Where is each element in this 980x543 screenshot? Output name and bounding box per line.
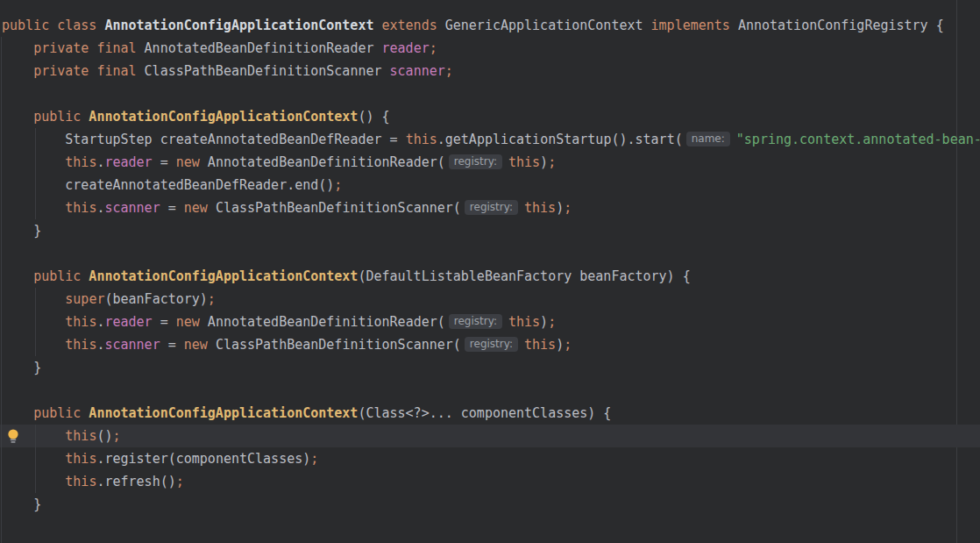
code-token-kw: private final <box>33 40 144 56</box>
code-token-kw: new <box>184 337 208 353</box>
code-token-kw: this <box>65 451 96 467</box>
code-token-def: .register(componentClasses) <box>96 451 310 467</box>
code-token-def: AnnotatedBeanDefinitionReader( <box>200 314 445 330</box>
code-line[interactable] <box>0 82 980 105</box>
code-editor[interactable]: public class AnnotationConfigApplication… <box>0 0 980 543</box>
code-token-kw: extends <box>381 18 437 33</box>
code-line[interactable]: public AnnotationConfigApplicationContex… <box>0 402 980 425</box>
indent-guide <box>1 37 2 543</box>
code-token-kw: this <box>65 154 96 170</box>
code-line[interactable] <box>0 379 980 402</box>
code-token-kw: ; <box>176 474 184 489</box>
code-token-field: reader <box>104 154 152 170</box>
code-token-mdecl: AnnotationConfigApplicationContext <box>89 109 358 125</box>
code-token-kw: ; <box>310 451 318 467</box>
code-token-kw: ; <box>334 177 342 193</box>
code-token-def: () <box>96 428 112 444</box>
indent-guide <box>35 425 36 493</box>
code-token-kw: super <box>65 291 104 307</box>
code-token-def: ClassPathBeanDefinitionScanner( <box>208 337 461 353</box>
code-token-def: ClassPathBeanDefinitionScanner( <box>208 200 461 216</box>
code-token-kw: ; <box>564 337 572 353</box>
code-token-kw: new <box>176 154 200 170</box>
code-token-field: scanner <box>390 63 445 79</box>
code-token-field: scanner <box>104 200 160 216</box>
code-token-kw: ; <box>112 428 120 444</box>
code-token-kw: new <box>184 200 208 216</box>
code-token-kw: this <box>508 314 540 330</box>
code-token-str: "spring.context.annotated-bean-re <box>736 132 980 147</box>
code-token-kw: this <box>65 200 96 216</box>
code-token-def: (beanFactory) <box>104 291 207 307</box>
code-line[interactable]: this.register(componentClasses); <box>0 447 980 470</box>
code-token-def: ) <box>556 337 564 353</box>
code-token-kw: ; <box>548 154 556 170</box>
code-token-kw: this <box>65 314 96 330</box>
inlay-hint: registry: <box>449 154 502 169</box>
code-token-def: } <box>33 223 41 239</box>
code-line[interactable]: this.reader = new AnnotatedBeanDefinitio… <box>0 311 980 333</box>
code-line[interactable]: public class AnnotationConfigApplication… <box>0 14 980 37</box>
code-token-def: AnnotationConfigRegistry { <box>730 18 944 33</box>
code-token-kw: ; <box>445 63 453 79</box>
code-line[interactable]: } <box>0 219 980 242</box>
code-token-def: } <box>33 497 41 512</box>
code-token-def: = <box>160 337 184 353</box>
code-token-field: scanner <box>104 337 160 353</box>
code-line[interactable]: } <box>0 493 980 516</box>
code-line[interactable] <box>0 516 980 539</box>
code-lines: public class AnnotationConfigApplication… <box>0 14 980 539</box>
inlay-hint: name: <box>686 132 730 146</box>
code-token-kw: public <box>33 405 89 421</box>
code-line[interactable]: } <box>0 356 980 379</box>
code-token-kw: ; <box>208 291 216 307</box>
code-line[interactable]: this.reader = new AnnotatedBeanDefinitio… <box>0 151 980 174</box>
code-token-def: ) <box>540 154 548 170</box>
code-token-kw: public <box>33 268 89 284</box>
code-token-kw: ; <box>430 40 437 56</box>
code-token-mdecl: AnnotationConfigApplicationContext <box>89 405 358 421</box>
code-line[interactable]: createAnnotatedBeanDefReader.end(); <box>0 174 980 196</box>
inlay-hint: registry: <box>465 337 518 352</box>
code-line[interactable]: this.scanner = new ClassPathBeanDefiniti… <box>0 333 980 356</box>
code-token-kw: this <box>524 200 556 216</box>
code-token-def: = <box>153 314 176 330</box>
code-line[interactable]: super(beanFactory); <box>0 288 980 311</box>
inlay-hint: registry: <box>465 200 518 215</box>
code-line[interactable]: public AnnotationConfigApplicationContex… <box>0 105 980 128</box>
code-token-kw: new <box>176 314 200 330</box>
code-line[interactable]: this.refresh(); <box>0 470 980 493</box>
code-token-def: } <box>33 360 41 375</box>
code-token-field: reader <box>382 40 430 56</box>
code-token-def: GenericApplicationContext <box>437 18 651 33</box>
code-token-field: reader <box>104 314 152 330</box>
code-token-def: createAnnotatedBeanDefReader.end() <box>65 177 334 193</box>
code-token-cdecl: AnnotationConfigApplicationContext <box>104 18 373 33</box>
code-token-mdecl: AnnotationConfigApplicationContext <box>89 268 358 284</box>
code-line[interactable]: StartupStep createAnnotatedBeanDefReader… <box>0 128 980 151</box>
code-token-def: ClassPathBeanDefinitionScanner <box>145 63 390 79</box>
indent-guide <box>35 128 36 219</box>
intention-lightbulb-icon[interactable] <box>5 428 21 444</box>
code-line-caret[interactable]: this(); <box>0 425 980 447</box>
code-token-def: ) <box>556 200 564 216</box>
code-line[interactable] <box>0 242 980 265</box>
code-token-kw: this <box>524 337 556 353</box>
code-line[interactable]: private final AnnotatedBeanDefinitionRea… <box>0 37 980 60</box>
code-token-def: (Class<?>... componentClasses) { <box>358 405 611 421</box>
code-token-kw: ; <box>564 200 572 216</box>
code-token-kw: private final <box>33 63 144 79</box>
code-token-def: AnnotatedBeanDefinitionReader( <box>200 154 445 170</box>
code-token-def: = <box>153 154 176 170</box>
code-line[interactable]: public AnnotationConfigApplicationContex… <box>0 265 980 288</box>
code-token-kw: this <box>65 337 96 353</box>
inlay-hint: registry: <box>449 314 502 329</box>
code-line[interactable]: this.scanner = new ClassPathBeanDefiniti… <box>0 196 980 219</box>
code-token-kw: implements <box>651 18 730 33</box>
code-token-def: .getApplicationStartup().start( <box>437 132 683 147</box>
code-token-def: = <box>160 200 184 216</box>
code-token-kw: this <box>406 132 437 147</box>
code-line[interactable]: private final ClassPathBeanDefinitionSca… <box>0 60 980 82</box>
code-token-def: AnnotatedBeanDefinitionReader <box>145 40 382 56</box>
code-token-kw: this <box>65 428 96 444</box>
